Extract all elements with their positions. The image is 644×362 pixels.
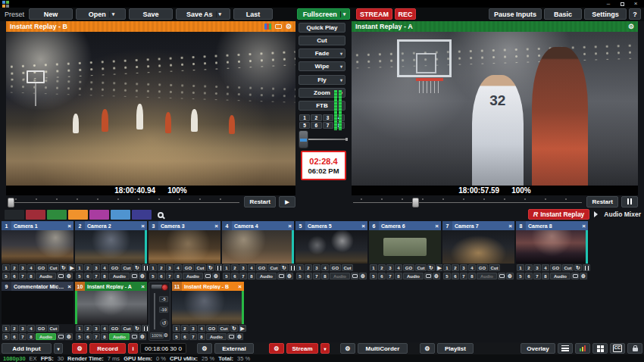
gear-icon[interactable]: ⚙ bbox=[65, 333, 73, 340]
close-input-button[interactable]: × bbox=[139, 283, 147, 290]
gear-icon[interactable]: ⚙ bbox=[628, 23, 634, 30]
fade-dropdown-icon[interactable]: ▾ bbox=[340, 51, 342, 56]
gear-icon[interactable]: ⚙ bbox=[286, 273, 293, 279]
color-swatch[interactable] bbox=[26, 210, 45, 220]
input-tile-7[interactable]: 7Camera 7×1234GOCut5678Audio⚙ bbox=[442, 221, 514, 280]
record-button[interactable]: Record bbox=[89, 343, 126, 354]
audio-button[interactable]: Audio bbox=[109, 273, 130, 279]
audio-button[interactable]: Audio bbox=[256, 273, 277, 279]
new-button[interactable]: New bbox=[29, 8, 73, 20]
closed-captions-button[interactable]: CC bbox=[610, 343, 625, 354]
overlay-6-button[interactable]: 6 bbox=[11, 333, 18, 340]
fullscreen-output-button[interactable] bbox=[351, 273, 358, 279]
save-as-button[interactable]: Save As▾ bbox=[176, 8, 230, 20]
loop-icon[interactable]: ↻ bbox=[230, 325, 238, 332]
pause-inputs-button[interactable]: Pause Inputs bbox=[489, 8, 542, 20]
cut-button[interactable]: Cut bbox=[121, 264, 133, 271]
fade-button[interactable]: Fade▾ bbox=[299, 48, 345, 58]
overlay-8-button[interactable]: 8 bbox=[395, 273, 402, 279]
close-input-button[interactable]: × bbox=[433, 223, 441, 229]
cut-button[interactable]: Cut bbox=[48, 264, 59, 271]
go-button[interactable]: GO bbox=[477, 264, 488, 271]
overlay-6-button[interactable]: 6 bbox=[158, 273, 165, 279]
overlay-7-button[interactable]: 7 bbox=[460, 273, 467, 279]
color-bars-icon[interactable] bbox=[264, 23, 271, 30]
overlay-2-button[interactable]: 2 bbox=[11, 264, 18, 271]
overlay-7-button[interactable]: 7 bbox=[19, 273, 27, 279]
lock-button[interactable] bbox=[627, 343, 642, 354]
input-tile-4[interactable]: 4Camera 4×1234GOCut↻5678Audio⚙ bbox=[222, 221, 294, 280]
save-button[interactable]: Save bbox=[129, 8, 173, 20]
record-info-button[interactable]: i bbox=[128, 343, 138, 354]
overlay-6-button[interactable]: 6 bbox=[378, 273, 386, 279]
overlay-7-button[interactable]: 7 bbox=[533, 273, 541, 279]
go-button[interactable]: GO bbox=[109, 264, 120, 271]
audio-mixer-button[interactable]: Audio Mixer bbox=[594, 211, 641, 218]
save-as-dropdown-icon[interactable]: ▾ bbox=[216, 11, 224, 17]
gear-icon[interactable]: ⚙ bbox=[433, 273, 440, 279]
loop-icon[interactable]: ↻ bbox=[207, 264, 214, 271]
input-tile-10[interactable]: 10Instant Replay - A×1234GOCut↻5678Audio… bbox=[75, 282, 147, 341]
transition-number-7[interactable]: 7 bbox=[323, 122, 333, 129]
fader-track[interactable] bbox=[154, 293, 155, 329]
go-button[interactable]: GO bbox=[403, 264, 414, 271]
pause-icon[interactable] bbox=[142, 325, 149, 332]
search-icon[interactable] bbox=[158, 212, 164, 218]
overlay-8-button[interactable]: 8 bbox=[101, 333, 108, 340]
transition-number-6[interactable]: 6 bbox=[311, 122, 321, 129]
color-swatch[interactable] bbox=[47, 210, 67, 220]
overlay-8-button[interactable]: 8 bbox=[174, 273, 182, 279]
color-swatch[interactable] bbox=[68, 210, 88, 220]
overlay-2-button[interactable]: 2 bbox=[84, 264, 92, 271]
overlay-3-button[interactable]: 3 bbox=[92, 264, 100, 271]
fader-reset-icon[interactable]: ↺ bbox=[160, 319, 168, 327]
input-thumbnail[interactable] bbox=[172, 291, 244, 324]
help-button[interactable]: ? bbox=[629, 8, 641, 20]
overlay-3-button[interactable]: 3 bbox=[533, 264, 541, 271]
cut-button[interactable]: Cut bbox=[48, 325, 59, 332]
go-button[interactable]: GO bbox=[550, 264, 561, 271]
fullscreen-output-button[interactable] bbox=[57, 333, 64, 340]
overlay-5-button[interactable]: 5 bbox=[173, 333, 180, 340]
input-thumbnail[interactable] bbox=[75, 230, 147, 264]
rec-toggle-button[interactable]: REC bbox=[395, 8, 416, 20]
overlay-8-button[interactable]: 8 bbox=[27, 333, 35, 340]
loop-icon[interactable]: ↻ bbox=[133, 264, 141, 271]
go-button[interactable]: GO bbox=[330, 264, 341, 271]
overlay-5-button[interactable]: 5 bbox=[296, 273, 304, 279]
fader-minus10-button[interactable]: -10 bbox=[159, 307, 168, 313]
fullscreen-output-button[interactable] bbox=[57, 273, 64, 279]
program-pause-button[interactable] bbox=[621, 196, 638, 208]
fullscreen-output-button[interactable] bbox=[571, 273, 579, 279]
overlay-1-button[interactable]: 1 bbox=[517, 264, 524, 271]
close-input-button[interactable]: × bbox=[580, 223, 588, 229]
overlay-6-button[interactable]: 6 bbox=[181, 333, 189, 340]
external-button[interactable]: External bbox=[214, 343, 254, 354]
overlay-4-button[interactable]: 4 bbox=[27, 325, 35, 332]
cut-button[interactable]: Cut bbox=[562, 264, 574, 271]
preview-seek-track[interactable] bbox=[6, 196, 241, 208]
go-button[interactable]: GO bbox=[183, 264, 194, 271]
overlay-3-button[interactable]: 3 bbox=[239, 264, 247, 271]
monitor-icon[interactable] bbox=[275, 24, 282, 29]
audio-button[interactable]: Audio bbox=[183, 273, 203, 279]
overlay-5-button[interactable]: 5 bbox=[370, 273, 377, 279]
input-thumbnail[interactable] bbox=[2, 291, 73, 324]
overlay-2-button[interactable]: 2 bbox=[84, 325, 92, 332]
playlist-button[interactable]: Playlist bbox=[437, 343, 474, 354]
external-settings-gear-icon[interactable]: ⚙ bbox=[197, 343, 212, 354]
input-thumbnail[interactable] bbox=[516, 230, 588, 264]
gear-icon[interactable]: ⚙ bbox=[236, 333, 243, 340]
overlay-7-button[interactable]: 7 bbox=[92, 273, 100, 279]
add-input-dropdown-icon[interactable]: ▾ bbox=[54, 343, 63, 354]
wipe-button[interactable]: Wipe▾ bbox=[299, 61, 345, 71]
overlay-7-button[interactable]: 7 bbox=[313, 273, 320, 279]
program-seek-handle[interactable] bbox=[412, 198, 419, 208]
overlay-7-button[interactable]: 7 bbox=[92, 333, 100, 340]
overlay-4-button[interactable]: 4 bbox=[248, 264, 255, 271]
multiview-button[interactable] bbox=[592, 343, 608, 354]
overlay-8-button[interactable]: 8 bbox=[248, 273, 255, 279]
preview-play-button[interactable]: ▶ bbox=[279, 196, 295, 208]
overlay-2-button[interactable]: 2 bbox=[231, 264, 239, 271]
fullscreen-output-button[interactable] bbox=[204, 273, 211, 279]
